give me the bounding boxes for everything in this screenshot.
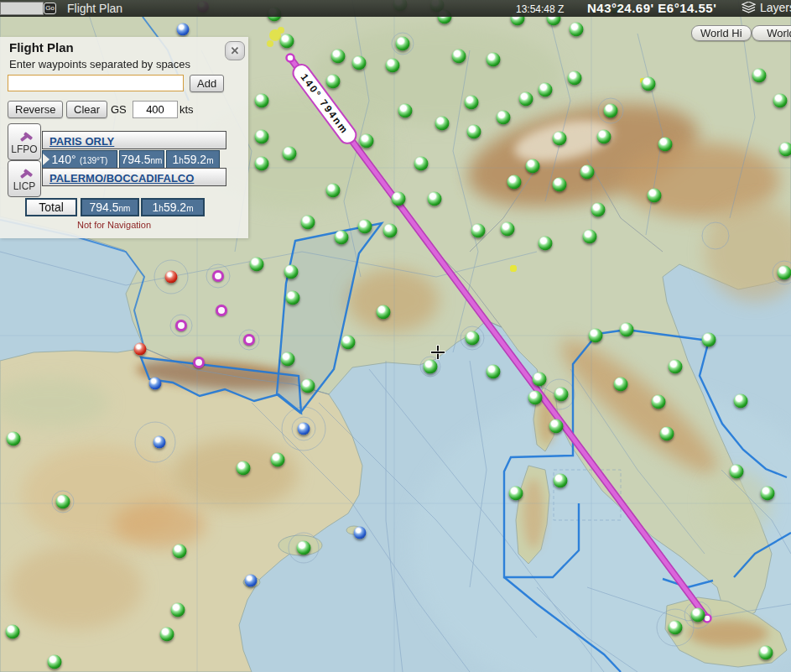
airport-marker[interactable]: [759, 646, 773, 660]
airport-marker[interactable]: [487, 365, 501, 379]
airport-marker[interactable]: [326, 184, 341, 198]
airport-marker[interactable]: [669, 360, 683, 374]
origin-airport-link[interactable]: PARIS ORLY: [49, 135, 114, 148]
airport-marker[interactable]: [149, 378, 162, 390]
airport-marker[interactable]: [237, 461, 251, 476]
add-button[interactable]: Add: [190, 75, 224, 92]
airport-marker[interactable]: [352, 56, 367, 70]
airport-marker[interactable]: [392, 192, 406, 206]
airport-marker[interactable]: [424, 360, 438, 374]
airport-marker[interactable]: [6, 625, 20, 639]
airport-marker[interactable]: [580, 165, 595, 180]
airport-marker[interactable]: [383, 224, 398, 238]
airport-marker[interactable]: [591, 203, 606, 217]
airport-marker[interactable]: [435, 117, 450, 131]
airport-marker[interactable]: [467, 125, 481, 139]
airport-marker[interactable]: [553, 178, 567, 192]
airport-marker[interactable]: [526, 159, 540, 174]
airport-marker[interactable]: [165, 271, 178, 284]
airport-marker[interactable]: [281, 352, 295, 367]
airport-marker[interactable]: [396, 37, 410, 51]
airport-marker[interactable]: [255, 130, 269, 144]
route-origin-dot[interactable]: [287, 55, 294, 62]
airport-marker[interactable]: [761, 487, 775, 501]
airport-marker[interactable]: [284, 265, 299, 279]
airport-marker[interactable]: [297, 541, 311, 555]
chart-button-world[interactable]: World: [752, 25, 791, 41]
airport-marker[interactable]: [660, 427, 674, 441]
airport-marker[interactable]: [255, 94, 269, 108]
airport-marker[interactable]: [652, 395, 666, 409]
airport-marker[interactable]: [773, 94, 788, 108]
airport-marker[interactable]: [779, 143, 791, 157]
airport-marker[interactable]: [778, 266, 791, 280]
airport-marker[interactable]: [134, 343, 147, 356]
airport-marker[interactable]: [583, 230, 597, 244]
airport-marker[interactable]: [752, 69, 767, 83]
airport-marker[interactable]: [283, 147, 297, 161]
airport-marker[interactable]: [354, 527, 367, 539]
airport-marker[interactable]: [691, 608, 705, 623]
airport-marker[interactable]: [177, 23, 190, 36]
airport-marker[interactable]: [597, 130, 611, 144]
ground-speed-input[interactable]: [133, 101, 178, 118]
search-input[interactable]: [0, 2, 44, 15]
airport-marker[interactable]: [301, 216, 315, 230]
reverse-button[interactable]: Reverse: [8, 101, 63, 118]
airport-marker[interactable]: [331, 49, 346, 64]
airport-marker[interactable]: [554, 388, 569, 402]
airport-marker[interactable]: [568, 71, 582, 86]
airport-marker[interactable]: [570, 23, 584, 37]
airport-marker[interactable]: [471, 224, 486, 238]
airport-marker[interactable]: [501, 222, 515, 237]
airport-marker[interactable]: [326, 75, 341, 89]
airport-marker[interactable]: [465, 96, 479, 110]
airport-marker[interactable]: [193, 357, 205, 368]
airport-marker[interactable]: [48, 655, 62, 669]
origin-airport-button[interactable]: LFPO: [8, 123, 41, 160]
airport-marker[interactable]: [533, 372, 547, 387]
airport-marker[interactable]: [614, 378, 628, 392]
airport-marker[interactable]: [702, 333, 716, 347]
airport-marker[interactable]: [642, 77, 656, 91]
airport-marker[interactable]: [286, 291, 300, 305]
airport-marker[interactable]: [554, 474, 568, 488]
layers-menu[interactable]: Layers: [742, 1, 791, 14]
airport-marker[interactable]: [553, 132, 567, 146]
airport-marker[interactable]: [250, 258, 264, 272]
airport-marker[interactable]: [216, 305, 227, 316]
airport-marker[interactable]: [280, 34, 294, 49]
airport-marker[interactable]: [620, 323, 634, 337]
waypoint-input[interactable]: [8, 75, 184, 91]
airport-marker[interactable]: [604, 104, 618, 118]
airport-marker[interactable]: [539, 83, 553, 97]
airport-marker[interactable]: [301, 379, 315, 393]
airport-marker[interactable]: [487, 53, 501, 67]
airport-marker[interactable]: [335, 231, 349, 245]
airport-marker[interactable]: [377, 305, 391, 320]
chart-button-world-hi[interactable]: World Hi: [691, 25, 752, 41]
airport-marker[interactable]: [507, 175, 522, 190]
airport-marker[interactable]: [160, 628, 174, 642]
airport-marker[interactable]: [175, 320, 187, 331]
airport-marker[interactable]: [386, 59, 400, 73]
airport-marker[interactable]: [245, 575, 258, 587]
airport-marker[interactable]: [154, 436, 166, 449]
destination-airport-link[interactable]: PALERMO/BOCCADIFALCO: [49, 172, 194, 185]
airport-marker[interactable]: [528, 391, 543, 405]
airport-marker[interactable]: [648, 189, 662, 203]
go-button[interactable]: Go: [44, 3, 56, 14]
airport-marker[interactable]: [360, 134, 374, 148]
airport-marker[interactable]: [539, 237, 553, 251]
airport-marker[interactable]: [669, 621, 683, 635]
destination-airport-button[interactable]: LICP: [8, 160, 41, 197]
airport-marker[interactable]: [271, 453, 285, 467]
airport-marker[interactable]: [243, 334, 255, 346]
airport-marker[interactable]: [509, 487, 523, 501]
airport-marker[interactable]: [56, 495, 70, 509]
clear-button[interactable]: Clear: [66, 101, 107, 118]
airport-marker[interactable]: [212, 270, 224, 282]
airport-marker[interactable]: [658, 138, 673, 152]
airport-marker[interactable]: [171, 603, 185, 617]
airport-marker[interactable]: [341, 336, 356, 350]
